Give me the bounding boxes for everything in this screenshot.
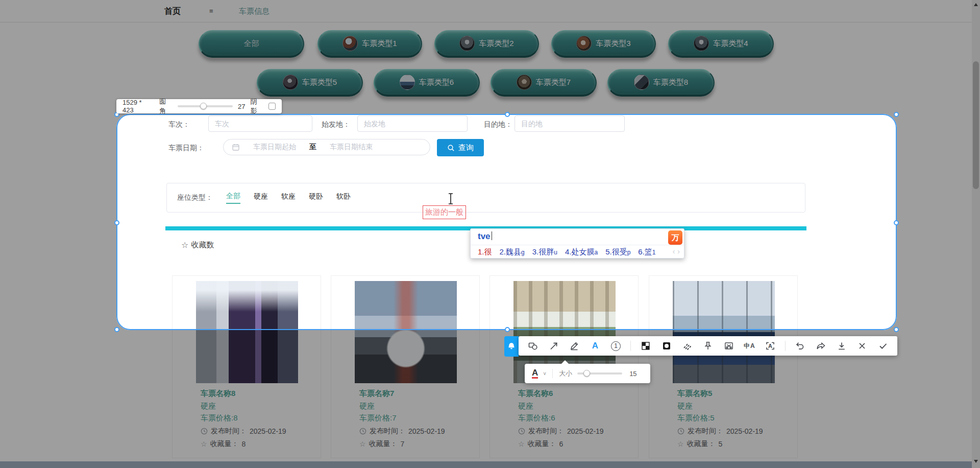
bell-icon [507, 341, 516, 352]
shadow-label: 阴影 [251, 97, 264, 115]
ticket-type-label: 车票类型6 [419, 78, 454, 87]
scroll-up-arrow[interactable] [974, 3, 978, 6]
mosaic-tool-icon[interactable] [640, 340, 652, 352]
capture-selection[interactable] [116, 114, 897, 330]
publish-row: 发布时间：2025-02-19 [201, 427, 286, 436]
toolbar-divider [630, 341, 631, 351]
clip-record-tool-icon[interactable] [723, 340, 735, 352]
ticket-type-label: 车票类型1 [362, 39, 397, 49]
undo-icon[interactable] [794, 340, 806, 352]
font-size-value: 15 [629, 370, 636, 378]
ticket-type-4-button[interactable]: 车票类型4 [668, 30, 774, 58]
ticket-type-thumbnail [459, 36, 475, 51]
ime-divider [471, 245, 684, 245]
ticket-type-label: 车票类型5 [302, 78, 337, 87]
favorites-count: 7 [401, 440, 405, 448]
capture-tool-logo[interactable] [504, 336, 519, 357]
ticket-type-label: 车票类型3 [596, 39, 630, 49]
text-tool-icon[interactable]: A [589, 340, 601, 352]
chevron-down-icon[interactable]: ˅ [543, 371, 546, 377]
selection-handle-sw[interactable] [114, 327, 119, 332]
ime-prev-page[interactable]: ‹ [673, 247, 675, 255]
ticket-type-2-button[interactable]: 车票类型2 [434, 30, 539, 58]
selection-handle-se[interactable] [894, 327, 899, 332]
ticket-type-6-button[interactable]: 车票类型6 [374, 69, 480, 97]
selection-handle-s[interactable] [505, 327, 510, 332]
ticket-type-1-button[interactable]: 车票类型1 [317, 30, 422, 58]
selection-handle-w[interactable] [114, 220, 119, 225]
ticket-seat: 硬座 [359, 402, 375, 411]
blur-tool-icon[interactable] [660, 340, 673, 352]
ticket-type-thumbnail [576, 36, 592, 51]
ime-composition[interactable]: tve [478, 231, 492, 242]
ime-candidate[interactable]: 1.很 [478, 247, 492, 257]
close-icon[interactable] [856, 340, 868, 352]
download-icon[interactable] [836, 340, 848, 352]
shadow-checkbox[interactable] [268, 103, 276, 110]
corner-radius-slider[interactable] [178, 105, 233, 107]
shape-tool-icon[interactable] [527, 340, 539, 352]
font-size-slider[interactable] [577, 372, 622, 375]
ime-candidate[interactable]: 2.魏县g [500, 247, 525, 257]
ticket-title: 车票名称7 [359, 389, 394, 399]
translate-tool-icon[interactable]: 中A [743, 340, 755, 352]
pen-tool-icon[interactable] [568, 340, 580, 352]
publish-row: 发布时间：2025-02-19 [359, 427, 445, 436]
favorites-row: ☆ 收藏量：6 [518, 439, 563, 449]
capture-size: 1529 * 423 [122, 99, 154, 114]
scrollbar-thumb[interactable] [973, 61, 979, 189]
ticket-title: 车票名称5 [677, 389, 712, 399]
corner-radius-value: 27 [238, 103, 245, 110]
menu-icon[interactable]: ≡ [209, 0, 213, 22]
pin-tool-icon[interactable] [702, 340, 714, 352]
ticket-type-3-button[interactable]: 车票类型3 [551, 30, 656, 58]
star-icon: ☆ [359, 440, 366, 448]
text-color-picker[interactable]: A [532, 368, 538, 379]
selection-handle-e[interactable] [894, 220, 899, 225]
ime-candidate[interactable]: 5.很受p [605, 247, 630, 257]
number-tool-icon[interactable]: 1 [610, 340, 622, 352]
scroll-down-arrow[interactable] [974, 460, 978, 463]
ime-caret [492, 231, 492, 240]
ticket-type-label: 车票类型4 [713, 39, 748, 49]
favorites-row: ☆ 收藏量：7 [359, 439, 404, 449]
ticket-type-8-button[interactable]: 车票类型8 [607, 69, 715, 97]
nav-ticket-info[interactable]: 车票信息 [239, 0, 270, 22]
selection-handle-ne[interactable] [894, 112, 899, 117]
text-style-popup: A ˅ 大小 15 [525, 364, 650, 383]
page-footer [0, 461, 980, 468]
ime-popup: tve 万 1.很 2.魏县g 3.很胖u 4.处女膜a 5.很受p 6.篮1 … [470, 228, 684, 259]
clock-icon [518, 428, 525, 435]
ticket-type-5-button[interactable]: 车票类型5 [257, 69, 363, 97]
ime-candidate[interactable]: 3.很胖u [532, 247, 557, 257]
publish-date: 2025-02-19 [250, 427, 286, 435]
ime-candidate[interactable]: 4.处女膜a [565, 247, 598, 257]
popup-divider [552, 369, 553, 378]
ime-candidate[interactable]: 6.篮1 [638, 247, 655, 257]
clock-icon [201, 428, 208, 435]
favorites-count: 8 [242, 440, 246, 448]
ocr-tool-icon[interactable]: A [764, 340, 776, 352]
capture-toolbar: A 1 中A A [519, 336, 897, 356]
font-size-label: 大小 [559, 369, 572, 378]
star-icon: ☆ [201, 440, 207, 448]
ticket-type-all-button[interactable]: 全部 [199, 30, 304, 58]
nav-home[interactable]: 首页 [164, 0, 181, 22]
share-icon[interactable] [815, 340, 827, 352]
ime-next-page[interactable]: › [677, 247, 680, 255]
ticket-type-label: 车票类型8 [653, 78, 688, 87]
capture-info-bar: 1529 * 423 圆角 27 阴影 [116, 99, 282, 113]
marker-tool-icon[interactable] [681, 340, 693, 352]
publish-date: 2025-02-19 [567, 427, 604, 435]
selection-handle-n[interactable] [505, 112, 510, 117]
ticket-seat: 硬座 [518, 402, 533, 411]
text-cursor [447, 193, 454, 205]
ime-logo-icon[interactable]: 万 [668, 230, 682, 245]
confirm-icon[interactable] [877, 340, 889, 352]
scrollbar[interactable] [972, 0, 980, 468]
ticket-price: 车票价格:5 [677, 413, 715, 423]
ticket-seat: 硬座 [201, 402, 216, 411]
annotation-text-box[interactable]: 旅游的一般 [423, 205, 466, 219]
arrow-tool-icon[interactable] [548, 340, 560, 352]
ticket-type-7-button[interactable]: 车票类型7 [491, 69, 597, 97]
